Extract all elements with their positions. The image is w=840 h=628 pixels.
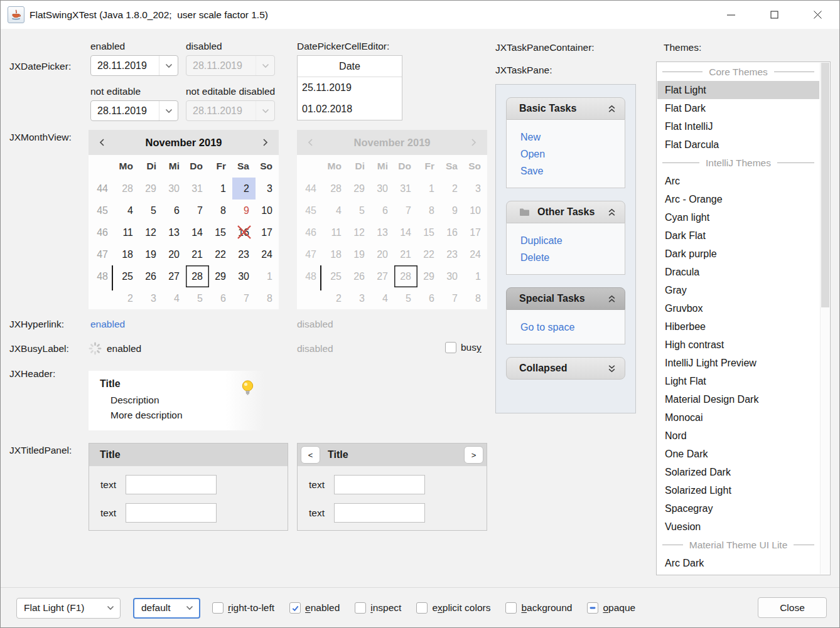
text-input[interactable] <box>126 503 217 523</box>
theme-list-item[interactable]: Hiberbee <box>657 317 819 336</box>
explicit-colors-checkbox[interactable]: explicit colors <box>416 602 490 614</box>
taskpane-link[interactable]: Go to space <box>520 319 625 336</box>
prev-button[interactable]: < <box>301 446 320 464</box>
theme-list-item[interactable]: Light Flat <box>657 372 819 390</box>
day-cell[interactable]: 30 <box>163 178 186 200</box>
day-cell[interactable]: 23 <box>232 243 256 265</box>
collapse-icon[interactable] <box>608 105 616 113</box>
theme-list-item[interactable]: High contrast <box>657 336 819 354</box>
day-cell[interactable]: 5 <box>186 287 209 309</box>
taskpane-header[interactable]: Other Tasks <box>506 201 625 223</box>
day-cell[interactable]: 26 <box>139 265 163 287</box>
day-cell[interactable]: 3 <box>139 287 163 309</box>
taskpane-link[interactable]: Open <box>520 146 625 162</box>
day-cell[interactable]: 16 <box>232 221 256 243</box>
theme-list-item[interactable]: Cyan light <box>657 208 819 226</box>
day-cell[interactable]: 8 <box>209 200 232 221</box>
table-row[interactable]: 01.02.2018 <box>298 98 402 120</box>
checkbox-icon[interactable] <box>289 602 301 614</box>
theme-list-item[interactable]: Flat Dark <box>657 99 819 117</box>
datepicker-enabled[interactable]: 28.11.2019 <box>90 55 178 76</box>
collapse-icon[interactable] <box>608 208 616 216</box>
date-table-header[interactable]: Date <box>298 56 402 77</box>
close-dialog-button[interactable]: Close <box>758 597 827 618</box>
next-button[interactable]: > <box>464 446 483 464</box>
day-cell[interactable]: 29 <box>209 265 232 287</box>
theme-list-item[interactable]: Solarized Dark <box>657 463 819 481</box>
day-cell[interactable]: 17 <box>256 221 279 243</box>
day-cell[interactable]: 6 <box>209 287 232 309</box>
theme-list-item[interactable]: Spacegray <box>657 499 819 518</box>
day-cell[interactable]: 5 <box>139 200 163 221</box>
day-cell[interactable]: 8 <box>256 287 279 309</box>
theme-list-item[interactable]: Dracula <box>657 263 819 281</box>
theme-list-item[interactable]: Dark Flat <box>657 226 819 245</box>
day-cell[interactable]: 2 <box>116 287 139 309</box>
day-cell[interactable]: 11 <box>116 221 139 243</box>
text-input[interactable] <box>334 503 425 523</box>
day-cell[interactable]: 25 <box>116 265 139 287</box>
busy-checkbox[interactable]: busy <box>445 342 482 353</box>
theme-list-item[interactable]: Arc - Orange <box>657 190 819 208</box>
theme-combobox[interactable]: Flat Light (F1) <box>16 598 121 619</box>
background-checkbox[interactable]: background <box>505 602 572 614</box>
day-cell[interactable]: 3 <box>256 178 279 200</box>
expand-icon[interactable] <box>608 365 616 373</box>
maximize-button[interactable] <box>753 1 796 29</box>
theme-list-item[interactable]: Arc <box>657 172 819 190</box>
day-cell[interactable]: 9 <box>232 200 256 221</box>
theme-list-item[interactable]: One Dark <box>657 445 819 463</box>
opaque-checkbox[interactable]: opaque <box>587 602 635 614</box>
day-cell[interactable]: 4 <box>116 200 139 221</box>
layout-combobox[interactable]: default <box>133 598 200 619</box>
hyperlink-enabled[interactable]: enabled <box>90 319 125 330</box>
theme-list-item[interactable]: Flat IntelliJ <box>657 117 819 136</box>
day-cell[interactable]: 21 <box>186 243 209 265</box>
checkbox-icon[interactable] <box>587 602 598 614</box>
table-row[interactable]: 25.11.2019 <box>298 77 402 98</box>
day-cell[interactable]: 31 <box>186 178 209 200</box>
checkbox-icon[interactable] <box>416 602 428 614</box>
scrollbar-thumb[interactable] <box>821 63 829 307</box>
day-cell[interactable]: 28 <box>116 178 139 200</box>
day-cell[interactable]: 2 <box>232 178 256 200</box>
taskpane-header[interactable]: Basic Tasks <box>506 97 625 120</box>
theme-list-item[interactable]: Gray <box>657 281 819 299</box>
day-cell[interactable]: 18 <box>116 243 139 265</box>
day-cell[interactable]: 10 <box>256 200 279 221</box>
theme-list-item[interactable]: Flat Darcula <box>657 136 819 154</box>
theme-list-item[interactable]: Dark purple <box>657 245 819 263</box>
day-cell[interactable]: 7 <box>232 287 256 309</box>
day-cell[interactable]: 20 <box>163 243 186 265</box>
monthview-enabled[interactable]: November 2019MoDiMiDoFrSaSo4428293031123… <box>89 130 279 309</box>
chevron-down-icon[interactable] <box>159 56 178 75</box>
text-input[interactable] <box>334 475 425 494</box>
day-cell[interactable]: 24 <box>256 243 279 265</box>
theme-list-item[interactable]: Monocai <box>657 408 819 427</box>
day-cell[interactable]: 22 <box>209 243 232 265</box>
day-cell[interactable]: 28 <box>186 265 209 287</box>
day-cell[interactable]: 4 <box>163 287 186 309</box>
day-cell[interactable]: 30 <box>232 265 256 287</box>
day-cell[interactable]: 1 <box>256 265 279 287</box>
day-cell[interactable]: 1 <box>209 178 232 200</box>
prev-month-icon[interactable] <box>89 138 116 147</box>
next-month-icon[interactable] <box>251 138 279 147</box>
taskpane-link[interactable]: Duplicate <box>520 232 625 249</box>
theme-list-item[interactable]: Material Design Dark <box>657 390 819 408</box>
day-cell[interactable]: 13 <box>163 221 186 243</box>
collapse-icon[interactable] <box>608 295 616 303</box>
theme-list-item[interactable]: Arc Dark Contrast <box>657 572 819 575</box>
theme-list-item[interactable]: Arc Dark <box>657 554 819 572</box>
minimize-button[interactable] <box>709 1 753 29</box>
day-cell[interactable]: 27 <box>163 265 186 287</box>
taskpane-link[interactable]: Delete <box>520 249 625 266</box>
inspect-checkbox[interactable]: inspect <box>355 602 401 614</box>
right-to-left-checkbox[interactable]: right-to-left <box>212 602 274 614</box>
day-cell[interactable]: 7 <box>186 200 209 221</box>
day-cell[interactable]: 15 <box>209 221 232 243</box>
datepicker-not-editable[interactable]: 28.11.2019 <box>90 100 178 121</box>
chevron-down-icon[interactable] <box>159 101 178 120</box>
theme-list-item[interactable]: Vuesion <box>657 518 819 536</box>
text-input[interactable] <box>126 475 217 494</box>
